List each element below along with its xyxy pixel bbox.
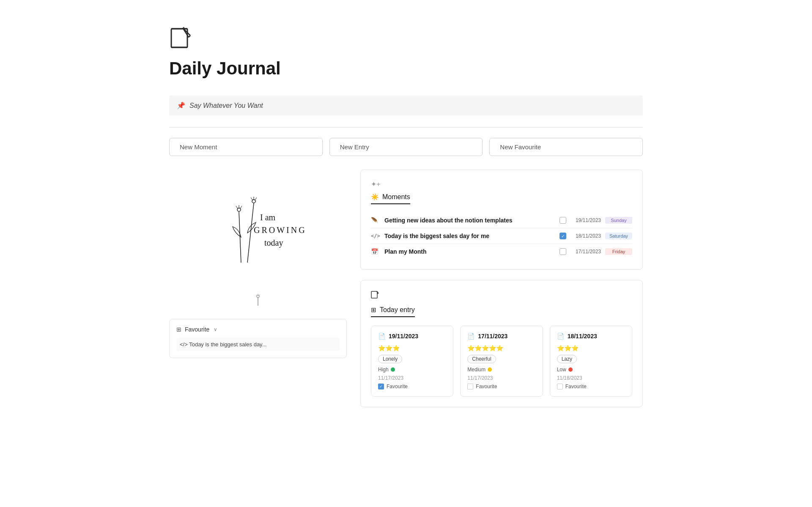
fav-dropdown-icon[interactable]: ∨	[214, 326, 217, 332]
doc-icon-0: 📄	[378, 333, 385, 340]
svg-point-10	[237, 208, 241, 211]
new-moment-button[interactable]: New Moment	[169, 138, 323, 156]
entry-stars-1: ⭐⭐⭐⭐⭐	[467, 345, 535, 351]
svg-line-15	[251, 197, 252, 200]
entry-small-date-1: 11/17/2023	[467, 375, 535, 381]
fav-label-2: Favourite	[565, 384, 587, 389]
grid-icon-tab: ⊞	[371, 306, 376, 314]
svg-line-11	[236, 206, 238, 208]
moment-row: </> Today is the biggest sales day for m…	[371, 228, 632, 244]
plant-svg: I am GROWING today	[199, 178, 317, 271]
moment-icon-0: 🪶	[371, 217, 379, 224]
fav-checkbox-0[interactable]	[378, 384, 384, 389]
favourite-card: ⊞ Favourite ∨ </> Today is the biggest s…	[169, 319, 347, 358]
fav-card-title: Favourite	[185, 326, 209, 333]
divider-top	[169, 127, 643, 128]
entry-stars-2: ⭐⭐⭐	[557, 345, 625, 351]
fav-card-header: ⊞ Favourite ∨	[176, 326, 340, 333]
today-entry-tab-label: Today entry	[380, 306, 415, 314]
moment-icon-1: </>	[371, 233, 379, 239]
entry-cards-grid: 📄 19/11/2023 ⭐⭐⭐ Lonely High 11/17/2023 …	[371, 326, 632, 397]
moment-checkbox-1[interactable]	[560, 233, 566, 239]
small-plant-icon	[169, 294, 347, 309]
entry-energy-0: High	[378, 367, 446, 373]
svg-line-17	[255, 197, 257, 200]
moment-day-0: Sunday	[605, 217, 632, 224]
entry-card-0: 📄 19/11/2023 ⭐⭐⭐ Lonely High 11/17/2023 …	[371, 326, 453, 397]
svg-line-13	[240, 206, 242, 208]
entry-card-1: 📄 17/11/2023 ⭐⭐⭐⭐⭐ Cheerful Medium 11/17…	[460, 326, 543, 397]
moment-date-0: 19/11/2023	[571, 217, 601, 223]
moment-date-1: 18/11/2023	[571, 233, 601, 239]
edit-icon	[371, 290, 632, 301]
moments-card: ✦+ ☀️ Moments 🪶 Getting new ideas about …	[360, 170, 643, 270]
journal-icon	[169, 25, 194, 50]
svg-text:today: today	[264, 238, 283, 248]
moments-list: 🪶 Getting new ideas about the notion tem…	[371, 213, 632, 259]
moment-checkbox-0[interactable]	[560, 217, 566, 224]
main-layout: I am GROWING today ⊞ Favo	[169, 170, 643, 407]
entry-stars-0: ⭐⭐⭐	[378, 345, 446, 351]
fav-label-1: Favourite	[476, 384, 497, 389]
moment-date-2: 17/11/2023	[571, 249, 601, 255]
moment-text-1: Today is the biggest sales day for me	[384, 233, 554, 239]
entry-energy-1: Medium	[467, 367, 535, 373]
new-entry-button[interactable]: New Entry	[329, 138, 483, 156]
moment-text-0: Getting new ideas about the notion templ…	[384, 217, 554, 224]
entry-card-header-2: 📄 18/11/2023	[557, 333, 625, 340]
page-title: Daily Journal	[169, 58, 643, 79]
svg-text:I am: I am	[260, 213, 276, 222]
today-entry-tab[interactable]: ⊞ Today entry	[371, 306, 415, 317]
moment-right-0: 19/11/2023 Sunday	[560, 217, 632, 224]
entry-fav-0: Favourite	[378, 384, 446, 389]
today-entry-card: ⊞ Today entry 📄 19/11/2023 ⭐⭐⭐ Lonely Hi…	[360, 280, 643, 407]
moment-row: 🪶 Getting new ideas about the notion tem…	[371, 213, 632, 228]
entry-fav-1: Favourite	[467, 384, 535, 389]
entry-small-date-0: 11/17/2023	[378, 375, 446, 381]
pinned-text: Say Whatever You Want	[189, 102, 263, 110]
entry-mood-tag-1: Cheerful	[467, 355, 496, 363]
pinned-bar: 📌 Say Whatever You Want	[169, 96, 643, 115]
svg-point-14	[252, 200, 255, 203]
moment-checkbox-2[interactable]	[560, 248, 566, 255]
drag-icon[interactable]: ✦+	[371, 180, 632, 188]
moments-tab-label: Moments	[382, 193, 410, 201]
entry-date-1: 17/11/2023	[478, 333, 508, 340]
moment-icon-2: 📅	[371, 248, 379, 255]
pin-icon: 📌	[177, 101, 185, 110]
moment-day-1: Saturday	[605, 233, 632, 239]
moment-text-2: Plan my Month	[384, 248, 554, 255]
plant-illustration: I am GROWING today	[169, 170, 347, 280]
button-row: New Moment New Entry New Favourite	[169, 138, 643, 156]
entry-fav-2: Favourite	[557, 384, 625, 389]
entry-card-header-0: 📄 19/11/2023	[378, 333, 446, 340]
entry-energy-2: Low	[557, 367, 625, 373]
fav-checkbox-2[interactable]	[557, 384, 563, 389]
entry-date-2: 18/11/2023	[568, 333, 597, 340]
fav-label-0: Favourite	[387, 384, 408, 389]
entry-small-date-2: 11/18/2023	[557, 375, 625, 381]
mood-dot-0	[391, 367, 395, 372]
entry-mood-tag-2: Lazy	[557, 355, 577, 363]
mood-dot-1	[488, 367, 492, 372]
doc-icon-2: 📄	[557, 333, 564, 340]
page-container: Daily Journal 📌 Say Whatever You Want Ne…	[131, 0, 681, 433]
doc-icon-1: 📄	[467, 333, 475, 340]
moment-right-2: 17/11/2023 Friday	[560, 248, 632, 255]
entry-date-0: 19/11/2023	[389, 333, 418, 340]
entry-mood-tag-0: Lonely	[378, 355, 402, 363]
right-column: ✦+ ☀️ Moments 🪶 Getting new ideas about …	[360, 170, 643, 407]
left-column: I am GROWING today ⊞ Favo	[169, 170, 347, 407]
moments-tab[interactable]: ☀️ Moments	[371, 193, 410, 204]
svg-line-9	[247, 203, 254, 263]
fav-checkbox-1[interactable]	[467, 384, 473, 389]
entry-card-2: 📄 18/11/2023 ⭐⭐⭐ Lazy Low 11/18/2023 Fav…	[550, 326, 632, 397]
fav-entry-preview: </> Today is the biggest sales day...	[176, 338, 340, 351]
svg-rect-26	[371, 291, 377, 298]
svg-line-23	[256, 295, 257, 296]
moment-row: 📅 Plan my Month 17/11/2023 Friday	[371, 244, 632, 259]
svg-text:GROWING: GROWING	[254, 225, 307, 235]
new-favourite-button[interactable]: New Favourite	[489, 138, 643, 156]
svg-line-25	[259, 295, 260, 296]
moment-day-2: Friday	[605, 248, 632, 255]
